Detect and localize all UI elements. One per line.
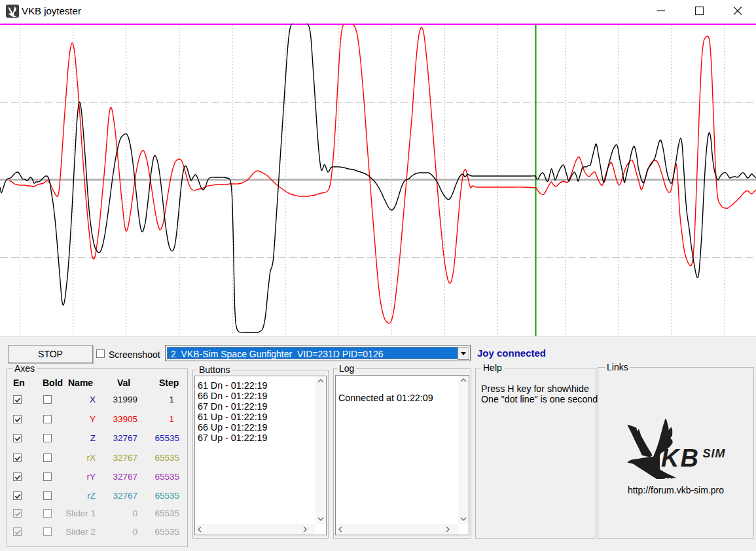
svg-text:SIM: SIM <box>703 447 726 460</box>
svg-text:KB: KB <box>661 444 700 472</box>
